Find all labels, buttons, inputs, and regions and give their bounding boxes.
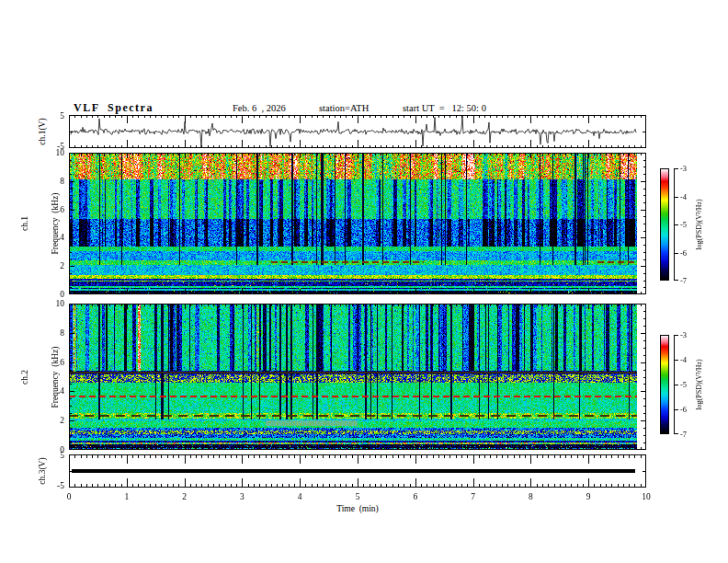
ch2-spec-ytick-label: 8	[46, 328, 64, 338]
colorbar-1-tick-label: -5	[680, 220, 687, 229]
colorbar-2-tick-label: -6	[680, 405, 687, 414]
colorbar-2-tick	[674, 335, 678, 336]
xaxis-tick-label: 3	[231, 492, 253, 501]
colorbar-2: -3-4-5-6-7log(PSD)(V²/Hz)	[660, 335, 724, 434]
xaxis-tick-label: 5	[347, 492, 369, 501]
labels-layer: 012345678910108642010864205-55-5-3-4-5-6…	[0, 0, 728, 563]
colorbar-1-tick	[674, 197, 678, 198]
colorbar-2-tick-label: -3	[680, 330, 687, 339]
ch2-spec-ytick-label: 2	[46, 416, 64, 425]
colorbar-2-tick-label: -4	[680, 355, 687, 364]
colorbar-1-tick-label: -7	[680, 276, 687, 285]
xaxis-tick-label: 4	[289, 492, 311, 501]
xaxis-tick-label: 6	[404, 492, 427, 501]
xaxis-tick-label: 9	[577, 492, 599, 501]
colorbar-2-tick	[674, 360, 678, 361]
colorbar-1-tick	[674, 224, 678, 225]
colorbar-2-tick-label: -5	[680, 380, 687, 389]
colorbar-1-tick-label: -3	[680, 164, 687, 173]
xaxis-tick-label: 10	[635, 492, 657, 501]
colorbar-1-tick	[674, 253, 678, 254]
xaxis-tick-label: 0	[58, 492, 80, 501]
vlf-spectra-figure: VLF Spectra Feb. 6 , 2026 station=ATH st…	[0, 0, 728, 563]
ch1-wave-ytick-top: 5	[46, 111, 64, 121]
colorbar-2-gradient	[660, 335, 669, 434]
colorbar-1-tick	[674, 280, 678, 281]
ch1-spec-ytick-label: 2	[46, 261, 64, 270]
xaxis-tick-label: 7	[462, 492, 484, 501]
ch3-wave-ytick-top: 5	[46, 451, 64, 460]
colorbar-1-title: log(PSD)(V²/Hz)	[695, 199, 703, 249]
ch2-spec-ytick-label: 10	[46, 299, 64, 308]
ch1-spec-ytick-label: 6	[46, 205, 64, 214]
ch1-spec-ytick-label: 0	[46, 290, 64, 299]
colorbar-1-tick-label: -4	[680, 192, 687, 201]
xaxis-tick-label: 1	[116, 492, 138, 501]
colorbar-2-tick-label: -7	[680, 430, 687, 439]
ch2-spec-ytick-label: 6	[46, 358, 64, 367]
ch1-spec-ytick-label: 4	[46, 233, 64, 242]
ch2-spec-ytick-label: 4	[46, 386, 64, 396]
colorbar-2-tick	[674, 385, 678, 385]
ch1-spec-ytick-label: 8	[46, 177, 64, 186]
ch1-wave-ytick-bottom: -5	[46, 142, 64, 151]
xaxis-tick-label: 2	[174, 492, 196, 501]
ch3-wave-ytick-bottom: -5	[46, 481, 64, 490]
colorbar-1-tick	[674, 168, 678, 169]
colorbar-2-tick	[674, 409, 678, 410]
colorbar-1-tick-label: -6	[680, 248, 687, 258]
xaxis-tick-label: 8	[519, 492, 541, 501]
colorbar-1-gradient	[660, 168, 669, 281]
colorbar-1: -3-4-5-6-7log(PSD)(V²/Hz)	[660, 168, 724, 281]
colorbar-2-tick	[674, 433, 678, 434]
colorbar-2-title: log(PSD)(V²/Hz)	[695, 359, 703, 409]
